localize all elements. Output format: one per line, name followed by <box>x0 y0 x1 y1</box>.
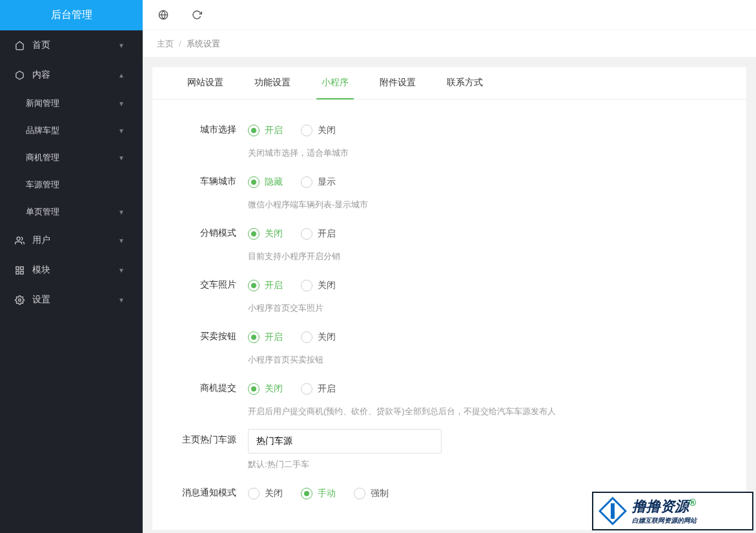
help-hot-cars: 默认:热门二手车 <box>248 459 720 470</box>
chevron-down-icon: ▼ <box>118 267 125 274</box>
radio-buysell-btn-on[interactable]: 开启 <box>248 331 283 343</box>
svg-point-0 <box>17 236 20 240</box>
sidebar-item-carsource[interactable]: 车源管理 <box>0 171 143 198</box>
radio-vehicle-city-show[interactable]: 显示 <box>301 176 336 188</box>
chevron-up-icon: ▲ <box>118 72 125 79</box>
radio-label: 开启 <box>318 228 336 240</box>
radio-vehicle-city-hide[interactable]: 隐藏 <box>248 176 283 188</box>
sidebar-item-label: 商机管理 <box>26 152 59 163</box>
sidebar-item-news[interactable]: 新闻管理▼ <box>0 90 143 117</box>
sidebar-item-home[interactable]: 首页 ▼ <box>0 30 143 60</box>
svg-point-5 <box>18 298 21 301</box>
gear-icon <box>14 295 25 305</box>
label-dist-mode: 分销模式 <box>178 222 248 239</box>
label-vehicle-city: 车辆城市 <box>178 171 248 187</box>
radio-dist-mode-off[interactable]: 关闭 <box>248 228 283 240</box>
radio-delivery-photo-on[interactable]: 开启 <box>248 280 283 291</box>
svg-rect-4 <box>15 271 18 273</box>
radio-label: 隐藏 <box>265 176 283 188</box>
radio-label: 开启 <box>265 280 283 291</box>
svg-rect-1 <box>15 266 18 269</box>
help-biz-submit: 开启后用户提交商机(预约、砍价、贷款等)全部到总后台，不提交给汽车车源发布人 <box>248 406 720 417</box>
label-biz-submit: 商机提交 <box>178 377 248 394</box>
sidebar-item-label: 品牌车型 <box>26 125 59 136</box>
chevron-down-icon: ▼ <box>118 42 125 49</box>
tab-function[interactable]: 功能设置 <box>249 67 296 99</box>
radio-circle-icon <box>301 280 312 291</box>
radio-dist-mode-on[interactable]: 开启 <box>301 228 336 240</box>
radio-biz-submit-on[interactable]: 开启 <box>301 383 336 395</box>
svg-rect-2 <box>20 266 23 269</box>
tab-contact[interactable]: 联系方式 <box>442 67 488 99</box>
chevron-down-icon: ▼ <box>118 237 125 244</box>
label-delivery-photo: 交车照片 <box>178 274 248 291</box>
label-buysell-btn: 买卖按钮 <box>178 326 248 342</box>
sidebar-item-business[interactable]: 商机管理▼ <box>0 144 143 171</box>
globe-icon[interactable] <box>156 7 171 23</box>
radio-label: 手动 <box>318 488 336 499</box>
sidebar: 后台管理 首页 ▼ 内容 ▲ 新闻管理▼ 品牌车型▼ 商机管理▼ 车源管理 单页… <box>0 0 143 533</box>
radio-label: 关闭 <box>318 331 336 343</box>
radio-label: 开启 <box>318 383 336 395</box>
radio-buysell-btn-off[interactable]: 关闭 <box>301 331 336 343</box>
breadcrumb-home[interactable]: 主页 <box>157 38 174 50</box>
radio-notify-manual[interactable]: 手动 <box>301 488 336 499</box>
tab-attachment[interactable]: 附件设置 <box>374 67 421 99</box>
main: 主页 / 系统设置 网站设置 功能设置 小程序 附件设置 联系方式 城市选择 <box>143 0 756 533</box>
radio-notify-off[interactable]: 关闭 <box>248 488 283 499</box>
tab-site[interactable]: 网站设置 <box>182 67 229 99</box>
radio-city-choice-off[interactable]: 关闭 <box>301 125 336 136</box>
cube-icon <box>14 70 25 80</box>
sidebar-item-label: 新闻管理 <box>26 98 59 109</box>
sidebar-item-singlepage[interactable]: 单页管理▼ <box>0 198 143 225</box>
row-dist-mode: 分销模式 关闭 开启 目前支持小程序开启分销 <box>178 222 720 262</box>
sidebar-item-modules[interactable]: 模块 ▼ <box>0 255 143 285</box>
input-hot-cars[interactable] <box>248 429 442 454</box>
radio-circle-icon <box>248 125 260 136</box>
svg-rect-8 <box>611 503 615 519</box>
watermark: 撸撸资源® 白嫖互联网资源的网站 <box>592 492 753 530</box>
chevron-down-icon: ▼ <box>118 209 125 216</box>
chevron-down-icon: ▼ <box>118 297 125 304</box>
radio-circle-icon <box>248 331 260 343</box>
tab-miniprogram[interactable]: 小程序 <box>316 67 354 99</box>
sidebar-item-label: 模块 <box>32 264 50 276</box>
radio-circle-icon <box>354 488 365 499</box>
radio-group-delivery-photo: 开启 关闭 <box>248 274 720 297</box>
radio-delivery-photo-off[interactable]: 关闭 <box>301 280 336 291</box>
sidebar-item-content[interactable]: 内容 ▲ <box>0 60 143 90</box>
brand-title: 后台管理 <box>0 0 143 30</box>
sidebar-item-label: 内容 <box>32 69 50 81</box>
label-city-choice: 城市选择 <box>178 119 248 136</box>
row-biz-submit: 商机提交 关闭 开启 开启后用户提交商机(预约、砍价、贷款等)全部到总后台，不提… <box>178 377 720 417</box>
label-notify-mode: 消息通知模式 <box>178 482 248 499</box>
sidebar-item-users[interactable]: 用户 ▼ <box>0 225 143 255</box>
content: 网站设置 功能设置 小程序 附件设置 联系方式 城市选择 开启 关闭 <box>143 57 756 533</box>
radio-label: 关闭 <box>265 488 283 499</box>
radio-label: 开启 <box>265 331 283 343</box>
help-city-choice: 关闭城市选择，适合单城市 <box>248 147 720 159</box>
watermark-title: 撸撸资源® <box>632 497 697 516</box>
row-buysell-btn: 买卖按钮 开启 关闭 小程序首页买卖按钮 <box>178 326 720 366</box>
help-delivery-photo: 小程序首页交车照片 <box>248 302 720 314</box>
panel: 网站设置 功能设置 小程序 附件设置 联系方式 城市选择 开启 关闭 <box>152 67 746 530</box>
watermark-logo-icon <box>598 497 627 525</box>
radio-city-choice-on[interactable]: 开启 <box>248 125 283 136</box>
radio-notify-force[interactable]: 强制 <box>354 488 389 499</box>
radio-label: 显示 <box>318 176 336 188</box>
radio-biz-submit-off[interactable]: 关闭 <box>248 383 283 395</box>
help-buysell-btn: 小程序首页买卖按钮 <box>248 354 720 366</box>
radio-label: 关闭 <box>265 383 283 395</box>
radio-circle-icon <box>301 125 312 136</box>
radio-group-buysell-btn: 开启 关闭 <box>248 326 720 349</box>
radio-circle-icon <box>301 176 312 188</box>
radio-label: 强制 <box>371 488 389 499</box>
radio-circle-icon <box>301 331 312 343</box>
help-dist-mode: 目前支持小程序开启分销 <box>248 251 720 262</box>
radio-circle-icon <box>248 488 260 499</box>
sidebar-item-settings[interactable]: 设置 ▼ <box>0 285 143 315</box>
sidebar-item-label: 设置 <box>32 294 50 306</box>
sidebar-item-brand[interactable]: 品牌车型▼ <box>0 117 143 144</box>
sidebar-item-label: 用户 <box>32 235 50 246</box>
refresh-icon[interactable] <box>189 7 205 23</box>
